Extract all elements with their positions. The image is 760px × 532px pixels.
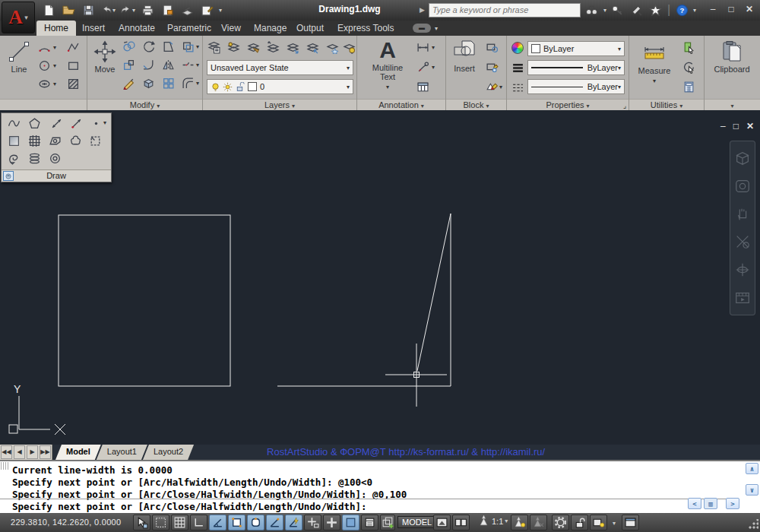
scroll-left-button[interactable]: < — [688, 498, 701, 509]
maximize-button[interactable]: □ — [725, 3, 737, 15]
infer-constraints-toggle[interactable] — [133, 515, 150, 530]
arc-flyout-arrow[interactable]: ▾ — [53, 44, 56, 51]
favorites-star-icon[interactable] — [648, 2, 663, 17]
offset-icon[interactable] — [180, 75, 195, 90]
grid-display-toggle[interactable] — [171, 515, 188, 530]
linetype-combo[interactable]: ByLayer▾ — [527, 79, 625, 94]
help-icon[interactable]: ? — [674, 2, 689, 17]
insert-button[interactable]: Insert — [448, 40, 481, 73]
object-color-combo[interactable]: ByLayer▾ — [527, 41, 625, 56]
leader-icon[interactable] — [415, 59, 430, 74]
annotation-visibility-button[interactable] — [511, 515, 528, 530]
scroll-thumb[interactable]: ▥ — [704, 498, 717, 509]
circle-flyout-arrow[interactable]: ▾ — [53, 62, 56, 69]
save-button[interactable] — [81, 2, 96, 17]
tab-model[interactable]: Model — [55, 445, 101, 460]
point-icon[interactable] — [87, 115, 105, 131]
drawing-minimize-button[interactable]: – — [720, 121, 726, 131]
search-options-arrow[interactable]: ▾ — [603, 7, 606, 14]
object-snap-toggle[interactable] — [228, 515, 245, 530]
fillet-icon[interactable] — [141, 57, 156, 72]
workspace-switching-button[interactable] — [552, 515, 569, 530]
showmotion-icon[interactable] — [734, 290, 751, 306]
properties-dialog-launcher[interactable]: ⌟ — [623, 100, 626, 111]
prev-tab-button[interactable]: ◀ — [14, 445, 25, 459]
ortho-mode-toggle[interactable] — [190, 515, 207, 530]
linetype-icon[interactable] — [510, 79, 525, 94]
ellipse-icon[interactable] — [36, 76, 52, 91]
tab-output[interactable]: Output — [289, 21, 331, 36]
collapse-arrow-icon[interactable]: ▶ — [420, 6, 425, 14]
lineweight-display-toggle[interactable] — [323, 515, 340, 530]
drawing-close-button[interactable]: ✕ — [746, 121, 754, 131]
application-menu-button[interactable]: A▾ — [2, 2, 35, 33]
hatch2-icon[interactable] — [25, 132, 43, 149]
polar-tracking-toggle[interactable] — [209, 515, 226, 530]
qat-customize-arrow[interactable]: ▾ — [219, 7, 222, 14]
scale-icon[interactable] — [121, 57, 136, 72]
create-block-icon[interactable] — [484, 40, 499, 55]
hatch-icon[interactable] — [65, 76, 81, 91]
paste-button[interactable]: Clipboard — [711, 40, 753, 74]
toolbar-lock-button[interactable] — [571, 515, 588, 530]
annotation-panel-label[interactable]: Annotation ▾ — [357, 99, 445, 110]
tab-express-tools[interactable]: Express Tools — [330, 21, 401, 36]
object-snap-tracking-toggle[interactable] — [266, 515, 283, 530]
undo-button[interactable]: ▾ — [100, 2, 116, 17]
measure-button[interactable]: Measure▾ — [634, 42, 675, 86]
dynamic-input-toggle[interactable] — [304, 515, 321, 530]
ribbon-minimize-arrow[interactable]: ▾ — [435, 25, 438, 32]
watermark-links[interactable]: RostArtStudio & ФОРМ@Т http://ks-format.… — [261, 445, 551, 460]
revision-cloud-icon[interactable] — [66, 132, 84, 149]
move-button[interactable]: Move — [90, 40, 119, 74]
utilities-panel-label[interactable]: Utilities ▾ — [629, 99, 704, 110]
quick-properties-toggle[interactable] — [361, 515, 378, 530]
leader-flyout-arrow[interactable]: ▾ — [432, 64, 435, 71]
rectangle-icon[interactable] — [65, 58, 81, 73]
orbit-icon[interactable] — [734, 261, 751, 278]
polyline-icon[interactable] — [65, 40, 81, 55]
lineweight-icon[interactable] — [510, 60, 525, 75]
stretch-flyout-arrow[interactable]: ▾ — [196, 43, 199, 50]
layer-off-icon[interactable] — [341, 40, 356, 55]
wipeout-icon[interactable] — [86, 132, 104, 149]
zoom-icon[interactable] — [734, 233, 751, 250]
bulb-on-icon[interactable] — [211, 82, 220, 92]
properties-panel-label[interactable]: Properties ▾⌟ — [507, 99, 629, 110]
circle-icon[interactable] — [36, 58, 52, 73]
publish-button[interactable] — [179, 2, 195, 17]
plot-button[interactable] — [140, 2, 155, 17]
search-binoculars-icon[interactable] — [584, 2, 600, 17]
break-icon[interactable] — [180, 57, 195, 72]
ellipse-flyout-arrow[interactable]: ▾ — [53, 81, 56, 87]
drawing-restore-button[interactable]: □ — [733, 121, 739, 131]
sun-icon[interactable] — [223, 82, 233, 92]
rotate-icon[interactable] — [141, 39, 156, 54]
copy-icon[interactable] — [121, 39, 136, 54]
last-tab-button[interactable]: ▶▶ — [40, 445, 51, 459]
scroll-up-button[interactable]: ∧ — [746, 463, 758, 474]
block-panel-label[interactable]: Block ▾ — [446, 99, 506, 110]
tab-annotate[interactable]: Annotate — [111, 21, 163, 36]
offset-flyout-arrow[interactable]: ▾ — [196, 80, 199, 87]
tab-layout2[interactable]: Layout2 — [143, 445, 194, 460]
color-wheel-icon[interactable] — [510, 40, 525, 55]
ray-icon[interactable] — [67, 115, 85, 131]
transparency-toggle[interactable] — [342, 515, 359, 530]
navigation-bar[interactable] — [730, 141, 755, 315]
scroll-right-button[interactable]: > — [726, 498, 739, 509]
drawing-area[interactable]: – □ ✕ ▾ Draw — [0, 110, 760, 445]
snap-mode-toggle[interactable] — [152, 515, 169, 530]
dimension-flyout-arrow[interactable]: ▾ — [432, 44, 435, 51]
next-tab-button[interactable]: ▶ — [27, 445, 38, 459]
layer-states-icon[interactable] — [226, 40, 241, 55]
unlock-icon[interactable] — [235, 82, 245, 92]
construction-line-icon[interactable] — [47, 115, 65, 131]
tab-home[interactable]: Home — [36, 21, 76, 36]
sheet-set-button[interactable] — [199, 2, 214, 17]
draw-panel-label[interactable] — [0, 99, 87, 110]
scroll-down-button[interactable]: ∨ — [746, 484, 758, 496]
help-options-arrow[interactable]: ▾ — [693, 7, 696, 14]
subscription-key-icon[interactable] — [610, 2, 625, 17]
calculator-icon[interactable] — [681, 79, 696, 94]
